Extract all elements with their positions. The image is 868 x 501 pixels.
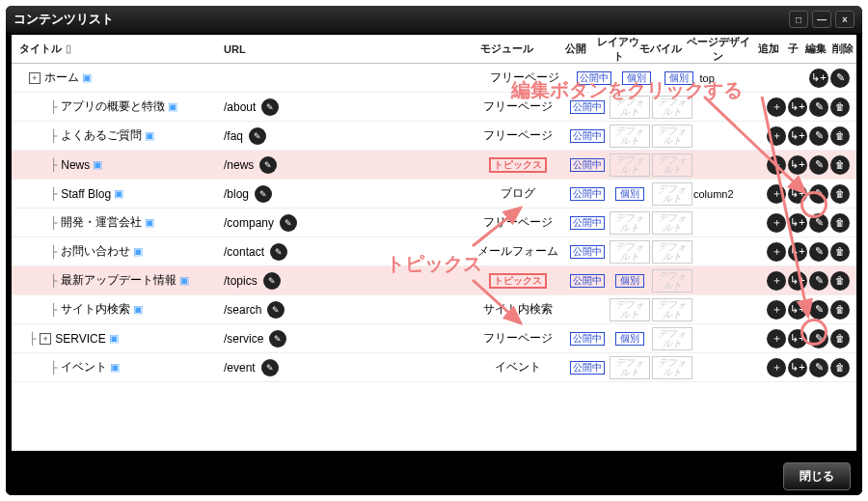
edit-url-icon[interactable]: ✎: [280, 214, 297, 232]
child-add-icon[interactable]: ↳+: [809, 69, 828, 88]
edit-url-icon[interactable]: ✎: [263, 272, 281, 290]
add-icon[interactable]: ＋: [767, 97, 786, 117]
tree-expand-icon[interactable]: +: [40, 333, 51, 345]
row-mobile[interactable]: デフォルト: [651, 96, 693, 119]
row-title-cell[interactable]: ├イベント▣: [12, 359, 224, 376]
row-layout[interactable]: デフォルト: [609, 96, 651, 119]
delete-icon[interactable]: 🗑: [830, 213, 850, 233]
tree-expand-icon[interactable]: +: [29, 72, 41, 84]
child-add-icon[interactable]: ↳+: [788, 184, 807, 204]
child-add-icon[interactable]: ↳+: [788, 271, 807, 291]
edit-url-icon[interactable]: ✎: [259, 156, 277, 174]
row-mobile[interactable]: デフォルト: [651, 327, 693, 350]
row-publish[interactable]: 公開中: [566, 273, 609, 288]
row-mobile[interactable]: デフォルト: [651, 240, 693, 264]
edit-icon[interactable]: ✎: [809, 213, 828, 233]
row-layout[interactable]: 個別: [609, 273, 651, 288]
delete-icon[interactable]: 🗑: [830, 329, 850, 348]
delete-icon[interactable]: 🗑: [830, 97, 850, 117]
child-add-icon[interactable]: ↳+: [788, 300, 807, 320]
add-icon[interactable]: ＋: [767, 358, 786, 377]
row-title-cell[interactable]: ├アプリの概要と特徴▣: [12, 98, 224, 115]
child-add-icon[interactable]: ↳+: [788, 358, 807, 377]
row-layout[interactable]: デフォルト: [609, 125, 651, 148]
row-layout[interactable]: デフォルト: [609, 356, 651, 379]
row-title-cell[interactable]: ├Staff Blog▣: [12, 187, 224, 201]
edit-url-icon[interactable]: ✎: [261, 98, 279, 116]
add-icon[interactable]: ＋: [767, 126, 786, 146]
row-title-cell[interactable]: ├開発・運営会社▣: [12, 214, 224, 231]
edit-icon[interactable]: ✎: [809, 155, 828, 175]
row-mobile[interactable]: デフォルト: [651, 269, 693, 292]
window-minimize-button[interactable]: —: [812, 11, 831, 28]
row-publish[interactable]: 公開中: [566, 128, 609, 143]
row-publish[interactable]: 公開中: [566, 331, 609, 346]
delete-icon[interactable]: 🗑: [830, 155, 850, 175]
row-title-cell[interactable]: ├News▣: [12, 158, 224, 172]
row-mobile[interactable]: デフォルト: [651, 298, 693, 321]
col-title[interactable]: タイトル ▯: [12, 42, 224, 56]
edit-url-icon[interactable]: ✎: [249, 127, 266, 145]
add-icon[interactable]: ＋: [767, 242, 786, 262]
row-mobile[interactable]: デフォルト: [651, 125, 693, 148]
row-layout[interactable]: デフォルト: [609, 298, 651, 321]
edit-url-icon[interactable]: ✎: [270, 243, 287, 261]
row-layout[interactable]: 個別: [615, 70, 658, 85]
child-add-icon[interactable]: ↳+: [788, 329, 807, 348]
row-mobile[interactable]: デフォルト: [651, 356, 693, 379]
child-add-icon[interactable]: ↳+: [788, 155, 807, 175]
delete-icon[interactable]: 🗑: [830, 300, 850, 320]
edit-icon[interactable]: ✎: [809, 242, 828, 262]
row-publish[interactable]: 公開中: [566, 360, 609, 375]
add-icon[interactable]: ＋: [767, 184, 786, 204]
col-url[interactable]: URL: [224, 43, 397, 55]
add-icon[interactable]: ＋: [767, 271, 786, 291]
add-icon[interactable]: ＋: [767, 329, 786, 348]
row-publish[interactable]: 公開中: [566, 244, 609, 259]
row-title-cell[interactable]: ├サイト内検索▣: [12, 301, 224, 318]
edit-icon[interactable]: ✎: [809, 358, 828, 377]
row-title-cell[interactable]: ├+SERVICE▣: [12, 332, 224, 346]
row-title-cell[interactable]: ├最新アップデート情報▣: [12, 272, 224, 289]
row-title-cell[interactable]: +ホーム▣: [12, 70, 224, 86]
row-layout[interactable]: 個別: [609, 331, 651, 346]
edit-icon[interactable]: ✎: [809, 300, 828, 320]
edit-icon[interactable]: ✎: [809, 329, 828, 348]
row-mobile[interactable]: デフォルト: [651, 153, 693, 177]
row-layout[interactable]: デフォルト: [609, 153, 651, 177]
child-add-icon[interactable]: ↳+: [788, 97, 807, 117]
col-delete[interactable]: 削除: [829, 42, 856, 56]
row-mobile[interactable]: 個別: [658, 70, 700, 85]
row-publish[interactable]: 公開中: [573, 70, 615, 85]
col-module[interactable]: モジュール: [458, 42, 555, 56]
col-page-design[interactable]: ページデザイン: [682, 35, 754, 64]
delete-icon[interactable]: 🗑: [830, 184, 850, 204]
edit-url-icon[interactable]: ✎: [261, 359, 279, 376]
child-add-icon[interactable]: ↳+: [788, 213, 807, 233]
row-publish[interactable]: 公開中: [566, 186, 609, 201]
window-close-button[interactable]: ×: [835, 11, 854, 28]
col-child[interactable]: 子: [783, 42, 802, 56]
row-title-cell[interactable]: ├お問い合わせ▣: [12, 243, 224, 260]
child-add-icon[interactable]: ↳+: [788, 126, 807, 146]
edit-url-icon[interactable]: ✎: [269, 330, 286, 348]
col-mobile[interactable]: モバイル: [639, 42, 682, 56]
row-publish[interactable]: 公開中: [566, 99, 609, 114]
row-publish[interactable]: 公開中: [566, 157, 609, 172]
delete-icon[interactable]: 🗑: [830, 242, 850, 262]
edit-url-icon[interactable]: ✎: [267, 301, 285, 319]
row-layout[interactable]: 個別: [609, 186, 651, 201]
window-maximize-button[interactable]: □: [789, 11, 808, 28]
delete-icon[interactable]: 🗑: [830, 271, 850, 291]
delete-icon[interactable]: 🗑: [830, 126, 850, 146]
row-mobile[interactable]: デフォルト: [651, 211, 693, 235]
add-icon[interactable]: ＋: [767, 155, 786, 175]
col-layout[interactable]: レイアウト: [597, 35, 639, 64]
edit-icon[interactable]: ✎: [809, 97, 828, 117]
row-publish[interactable]: 公開中: [566, 215, 609, 230]
row-layout[interactable]: デフォルト: [609, 211, 651, 235]
add-icon[interactable]: ＋: [767, 300, 786, 320]
add-icon[interactable]: ＋: [767, 213, 786, 233]
edit-icon[interactable]: ✎: [809, 184, 828, 204]
edit-icon[interactable]: ✎: [830, 69, 850, 88]
